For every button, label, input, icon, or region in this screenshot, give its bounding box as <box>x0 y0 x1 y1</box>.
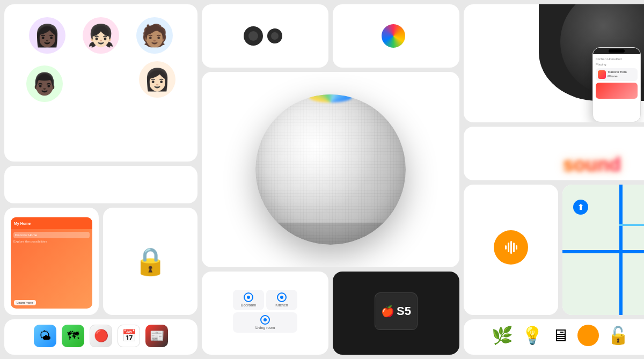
daily-updates-card: 🌤 🗺 🔴 📅 📰 <box>4 319 197 355</box>
app-icons-row: 🌤 🗺 🔴 📅 📰 <box>34 325 168 347</box>
siri-pin: ⬆ <box>573 200 588 215</box>
room-grid: Bedroom Kitchen Living room <box>233 290 297 333</box>
iphone-status: Kitchen HomePod <box>596 57 638 61</box>
top-features-row <box>202 4 459 68</box>
reminders-icon: 🔴 <box>90 325 112 347</box>
stereo-card <box>202 4 328 68</box>
bedroom-room: Bedroom <box>233 290 264 310</box>
apple-lock-icon: 🔒 <box>134 246 167 277</box>
bottom-right-row: ⬆ <box>464 185 644 315</box>
iphone-notch <box>593 48 640 54</box>
living-room-label: Living room <box>255 326 275 329</box>
apple-logo: 🍎 <box>381 305 394 318</box>
smart-home-accessories-card: My Home Discover Home Explore the possib… <box>4 208 99 315</box>
wave-5 <box>516 245 517 250</box>
iphone-playing: Playing <box>596 63 638 66</box>
smart-home-control-card: 🌿 💡 🖥 🔓 <box>464 319 644 355</box>
transfer-icon <box>598 70 606 79</box>
siri-maps-card: ⬆ <box>562 185 644 315</box>
transfer-text: Transfer from iPhone <box>608 70 635 79</box>
siri-icon <box>382 24 405 48</box>
map-road-vertical <box>619 185 623 315</box>
memoji-4: 👨🏿 <box>26 65 63 102</box>
stereo-speakers <box>244 26 282 46</box>
intercom-button[interactable] <box>494 230 528 265</box>
music-visual <box>596 83 638 99</box>
wave-3 <box>510 241 512 254</box>
maps-icon: 🗺 <box>62 325 84 347</box>
smart-lights-icon: 🌿 <box>492 325 513 346</box>
bedroom-icon <box>244 292 253 302</box>
multiroom-card: Bedroom Kitchen Living room <box>202 272 328 355</box>
temperature-badge <box>577 325 599 346</box>
wave-2 <box>508 243 509 252</box>
amazing-sound-card <box>464 127 644 180</box>
chip-card: 🍎 S5 <box>333 272 459 355</box>
kitchen-icon <box>277 292 287 302</box>
map-road-horizontal <box>562 250 644 253</box>
shortcuts-card <box>333 4 459 68</box>
memoji-1: 👩🏿 <box>29 17 65 54</box>
kitchen-label: Kitchen <box>275 303 288 307</box>
kitchen-room: Kitchen <box>266 290 297 310</box>
left-speaker-icon <box>244 26 263 46</box>
private-secure-card: 🔒 <box>103 208 197 315</box>
bottom-center-row: Bedroom Kitchen Living room 🍎 S5 <box>202 272 459 355</box>
learn-more-button[interactable]: Learn more <box>14 300 36 305</box>
s5-chip-label: S5 <box>397 304 411 318</box>
news-icon: 📰 <box>145 325 168 347</box>
homepod-mini-visual <box>255 94 406 245</box>
calendar-icon: 📅 <box>118 325 140 347</box>
memoji-3: 🧑🏽 <box>136 17 173 54</box>
intelligent-card <box>4 166 197 203</box>
intercom-card <box>464 185 558 315</box>
sound-waves <box>505 241 517 254</box>
living-room: Living room <box>233 312 297 333</box>
recognizes-card: 👩🏿 👧🏻 🧑🏽 👨🏿 👩🏻 <box>4 4 197 162</box>
s5-chip: 🍎 S5 <box>375 292 418 330</box>
iphone-mock: Kitchen HomePod Playing Transfer from iP… <box>592 47 641 122</box>
phone-screen-header-label: My Home <box>14 222 31 225</box>
right-speaker-icon <box>267 28 282 43</box>
smart-tv-icon: 🖥 <box>552 326 569 346</box>
map-road-accent <box>619 224 644 226</box>
weather-icon: 🌤 <box>34 325 56 347</box>
wave-1 <box>505 245 507 250</box>
smart-lock-icon: 🔓 <box>608 325 629 346</box>
notch-inner <box>609 49 625 53</box>
bedroom-label: Bedroom <box>241 303 256 307</box>
deep-iphone-card: Kitchen HomePod Playing Transfer from iP… <box>464 4 644 122</box>
transfer-card: Transfer from iPhone <box>596 68 638 81</box>
smart-bulb-icon: 💡 <box>522 325 543 346</box>
phone-screen-content: Discover Home Explore the possibilities <box>11 229 92 246</box>
smart-home-icons: 🌿 💡 🖥 🔓 <box>492 325 629 346</box>
wave-4 <box>513 243 515 252</box>
homepod-center <box>202 72 459 267</box>
memoji-5: 👩🏻 <box>139 61 175 98</box>
memoji-2: 👧🏻 <box>83 17 119 54</box>
s5-label: 🍎 S5 <box>381 304 411 318</box>
living-room-icon <box>260 315 270 325</box>
iphone-content: Kitchen HomePod Playing Transfer from iP… <box>593 54 640 102</box>
